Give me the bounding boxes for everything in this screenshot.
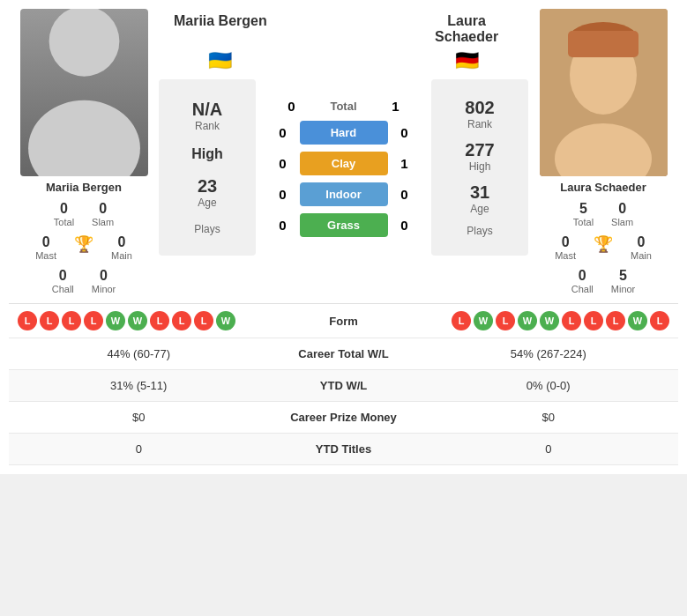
svg-point-1 bbox=[28, 100, 140, 176]
main-container: Mariia Bergen 0 Total 0 Slam 0 Mast 🏆 bbox=[0, 0, 687, 474]
left-player-panel: Mariia Bergen 0 Total 0 Slam 0 Mast 🏆 bbox=[9, 9, 159, 299]
right-minor-value: 5 bbox=[619, 268, 627, 284]
form-badge-l: L bbox=[84, 311, 103, 330]
right-slam-value: 0 bbox=[618, 201, 626, 217]
indoor-row[interactable]: 0 Indoor 0 bbox=[260, 182, 427, 206]
right-main-value: 0 bbox=[637, 234, 645, 250]
right-rank-stat: 802 Rank bbox=[465, 98, 494, 130]
hard-left-score: 0 bbox=[275, 125, 291, 140]
stats-right-2: $0 bbox=[432, 411, 666, 424]
left-high-value: High bbox=[191, 146, 223, 162]
right-name-center: Laura Schaeder bbox=[414, 13, 519, 45]
left-mast-stat: 0 Mast bbox=[35, 234, 56, 261]
stats-left-3: 0 bbox=[22, 442, 256, 456]
form-label: Form bbox=[235, 315, 452, 328]
clay-left-score: 0 bbox=[275, 156, 291, 171]
stats-left-0: 44% (60-77) bbox=[22, 347, 256, 360]
left-trophy-icon: 🏆 bbox=[74, 234, 93, 254]
left-minor-value: 0 bbox=[100, 268, 108, 284]
right-minor-label: Minor bbox=[611, 284, 636, 294]
form-badge-l: L bbox=[194, 311, 213, 330]
left-total-stat: 0 Total bbox=[54, 201, 74, 227]
left-player-photo bbox=[20, 9, 148, 176]
form-badge-w: W bbox=[518, 311, 537, 330]
form-badge-w: W bbox=[474, 311, 493, 330]
left-main-label: Main bbox=[111, 250, 132, 261]
left-minor-label: Minor bbox=[92, 284, 116, 294]
left-rank-label: Rank bbox=[195, 120, 220, 132]
hard-row[interactable]: 0 Hard 0 bbox=[260, 121, 427, 145]
stats-center-3: YTD Titles bbox=[256, 442, 432, 456]
form-badge-l: L bbox=[18, 311, 37, 330]
right-rank-label: Rank bbox=[467, 118, 492, 130]
indoor-button[interactable]: Indoor bbox=[300, 182, 388, 206]
right-plays-stat: Plays bbox=[467, 225, 492, 237]
clay-button[interactable]: Clay bbox=[300, 152, 388, 175]
right-slam-stat: 0 Slam bbox=[611, 201, 633, 227]
right-trophy: 🏆 bbox=[594, 234, 613, 261]
stats-center-2: Career Prize Money bbox=[256, 411, 432, 424]
right-mast-stat: 0 Mast bbox=[555, 234, 576, 261]
right-slam-label: Slam bbox=[611, 217, 633, 227]
left-slam-value: 0 bbox=[99, 201, 107, 217]
grass-row[interactable]: 0 Grass 0 bbox=[260, 213, 427, 237]
stats-row-3: 0 YTD Titles 0 bbox=[9, 434, 678, 465]
grass-button[interactable]: Grass bbox=[300, 213, 388, 237]
form-badge-l: L bbox=[62, 311, 81, 330]
form-row: LLLLWWLLLW Form LWLWWLLLWL bbox=[9, 304, 678, 338]
left-mast-value: 0 bbox=[42, 234, 50, 250]
right-total-value: 5 bbox=[579, 201, 587, 217]
right-age-stat: 31 Age bbox=[470, 182, 489, 215]
right-rank-value: 802 bbox=[465, 98, 494, 118]
right-total-label: Total bbox=[573, 217, 594, 227]
left-stat-panel: N/A Rank High 23 Age Plays bbox=[159, 79, 256, 256]
grass-left-score: 0 bbox=[275, 218, 291, 233]
form-badge-w: W bbox=[540, 311, 559, 330]
left-high-stat: High bbox=[191, 146, 223, 162]
bottom-stats-container: 44% (60-77) Career Total W/L 54% (267-22… bbox=[9, 338, 678, 465]
form-badge-l: L bbox=[452, 311, 471, 330]
player-names-row: Mariia Bergen Laura Schaeder bbox=[159, 9, 528, 45]
left-player-name: Mariia Bergen bbox=[46, 181, 122, 194]
right-main-label: Main bbox=[631, 250, 652, 261]
right-player-name: Laura Schaeder bbox=[560, 181, 646, 194]
right-plays-label: Plays bbox=[467, 225, 492, 237]
flags-row: 🇺🇦 🇩🇪 bbox=[159, 49, 528, 72]
right-minor-stat: 5 Minor bbox=[611, 268, 636, 294]
right-age-value: 31 bbox=[470, 182, 489, 203]
form-badge-l: L bbox=[172, 311, 191, 330]
form-badge-l: L bbox=[40, 311, 59, 330]
middle-panel: Mariia Bergen Laura Schaeder 🇺🇦 🇩🇪 N/A R… bbox=[159, 9, 528, 299]
left-age-value: 23 bbox=[198, 176, 217, 197]
grass-right-score: 0 bbox=[397, 218, 413, 233]
right-chall-label: Chall bbox=[571, 284, 594, 294]
left-name-center: Mariia Bergen bbox=[168, 13, 273, 45]
left-age-label: Age bbox=[198, 197, 216, 209]
form-badge-w: W bbox=[106, 311, 125, 330]
stats-row-0: 44% (60-77) Career Total W/L 54% (267-22… bbox=[9, 338, 678, 370]
right-mast-label: Mast bbox=[555, 250, 576, 261]
left-total-label: Total bbox=[54, 217, 74, 227]
right-age-label: Age bbox=[470, 203, 489, 215]
clay-right-score: 1 bbox=[397, 156, 413, 171]
right-player-panel: Laura Schaeder 5 Total 0 Slam 0 Mast 🏆 bbox=[528, 9, 678, 299]
total-label: Total bbox=[309, 100, 379, 113]
right-form-badges: LWLWWLLLWL bbox=[452, 311, 669, 330]
right-chall-value: 0 bbox=[579, 268, 586, 284]
form-badge-l: L bbox=[606, 311, 625, 330]
right-mast-value: 0 bbox=[562, 234, 570, 250]
form-badge-w: W bbox=[628, 311, 647, 330]
hard-button[interactable]: Hard bbox=[300, 121, 388, 145]
clay-row[interactable]: 0 Clay 1 bbox=[260, 152, 427, 175]
right-total-stat: 5 Total bbox=[573, 201, 594, 227]
right-trophy-icon: 🏆 bbox=[594, 234, 613, 254]
total-left-score: 0 bbox=[284, 99, 300, 114]
right-main-stat: 0 Main bbox=[631, 234, 652, 261]
match-content-row: N/A Rank High 23 Age Plays bbox=[159, 79, 528, 256]
left-main-value: 0 bbox=[117, 234, 125, 250]
total-right-score: 1 bbox=[388, 99, 404, 114]
players-section: Mariia Bergen 0 Total 0 Slam 0 Mast 🏆 bbox=[9, 9, 678, 299]
form-badge-w: W bbox=[128, 311, 147, 330]
left-total-value: 0 bbox=[60, 201, 68, 217]
stats-left-1: 31% (5-11) bbox=[22, 379, 256, 392]
